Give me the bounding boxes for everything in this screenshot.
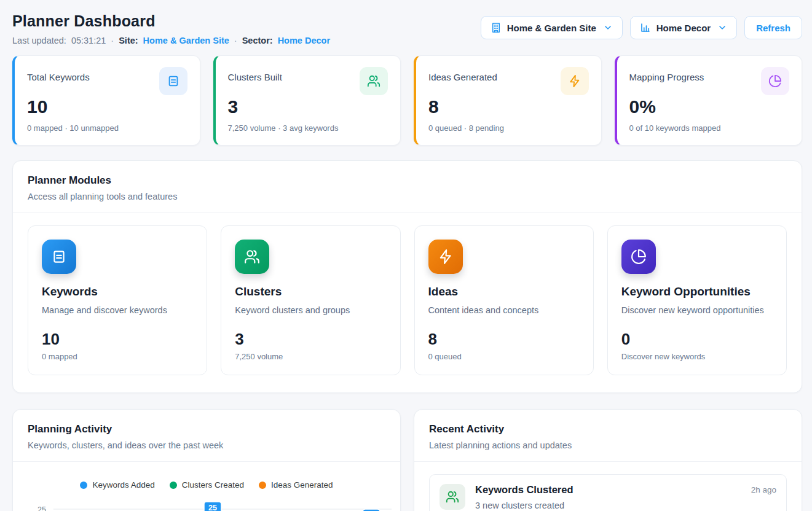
stat-value: 8 bbox=[428, 96, 589, 117]
meta-separator: · bbox=[111, 36, 114, 45]
page-title: Planner Dashboard bbox=[12, 12, 330, 30]
legend-dot-icon bbox=[170, 482, 177, 489]
area-chart[interactable]: 25 25 24 bbox=[13, 496, 400, 511]
planner-modules-panel: Planner Modules Access all planning tool… bbox=[12, 160, 802, 393]
users-icon bbox=[235, 240, 269, 274]
zap-icon bbox=[561, 67, 589, 95]
legend-label: Ideas Generated bbox=[271, 480, 333, 490]
legend-dot-icon bbox=[259, 482, 266, 489]
data-label-peak: 25 bbox=[204, 502, 221, 511]
module-value: 3 bbox=[235, 330, 386, 349]
file-text-icon bbox=[159, 67, 187, 95]
module-description: Discover new keyword opportunities bbox=[621, 305, 773, 315]
chart-legend: Keywords Added Clusters Created Ideas Ge… bbox=[13, 480, 400, 490]
module-value: 0 bbox=[621, 330, 773, 349]
module-title: Ideas bbox=[428, 285, 580, 298]
stat-label: Mapping Progress bbox=[629, 67, 704, 82]
sector-link[interactable]: Home Decor bbox=[278, 36, 330, 45]
module-subtext: 0 queued bbox=[428, 352, 580, 361]
activity-item-keywords-clustered[interactable]: Keywords Clustered 3 new clusters create… bbox=[429, 474, 787, 511]
stat-subtext: 0 of 10 keywords mapped bbox=[629, 123, 790, 133]
legend-item-ideas-generated[interactable]: Ideas Generated bbox=[259, 480, 333, 490]
zap-icon bbox=[428, 240, 463, 274]
site-link[interactable]: Home & Garden Site bbox=[143, 36, 229, 45]
legend-item-keywords-added[interactable]: Keywords Added bbox=[80, 480, 154, 490]
module-title: Keyword Opportunities bbox=[621, 285, 773, 298]
module-title: Clusters bbox=[235, 285, 386, 298]
planner-dashboard-page: Planner Dashboard Last updated: 05:31:21… bbox=[0, 0, 812, 511]
module-card-ideas[interactable]: Ideas Content ideas and concepts 8 0 que… bbox=[414, 225, 594, 375]
module-card-clusters[interactable]: Clusters Keyword clusters and groups 3 7… bbox=[221, 225, 400, 375]
stat-card-total-keywords: Total Keywords 10 0 mapped · 10 unmapped bbox=[12, 55, 200, 146]
modules-panel-subtitle: Access all planning tools and features bbox=[28, 192, 787, 201]
building-icon bbox=[491, 22, 502, 33]
stat-subtext: 0 queued · 8 pending bbox=[428, 123, 589, 133]
chevron-down-icon bbox=[603, 23, 613, 33]
stat-value: 10 bbox=[27, 96, 187, 117]
activity-title: Keywords Clustered bbox=[475, 484, 741, 496]
users-icon bbox=[440, 484, 465, 510]
last-updated-label: Last updated: bbox=[12, 36, 66, 45]
stat-label: Ideas Generated bbox=[428, 67, 497, 82]
module-card-keyword-opportunities[interactable]: Keyword Opportunities Discover new keywo… bbox=[607, 225, 787, 375]
recent-activity-subtitle: Latest planning actions and updates bbox=[429, 440, 787, 450]
modules-panel-title: Planner Modules bbox=[28, 174, 787, 187]
legend-label: Clusters Created bbox=[182, 480, 244, 490]
planning-activity-chart: Keywords Added Clusters Created Ideas Ge… bbox=[13, 462, 400, 511]
y-axis-tick: 25 bbox=[37, 505, 46, 511]
sector-label: Sector: bbox=[242, 36, 273, 45]
site-selector-label: Home & Garden Site bbox=[507, 23, 596, 33]
modules-grid: Keywords Manage and discover keywords 10… bbox=[13, 213, 802, 392]
header-actions: Home & Garden Site Home Decor Refresh bbox=[481, 16, 802, 39]
module-card-keywords[interactable]: Keywords Manage and discover keywords 10… bbox=[28, 225, 207, 375]
module-subtext: Discover new keywords bbox=[621, 352, 773, 361]
activity-list: Keywords Clustered 3 new clusters create… bbox=[414, 462, 802, 511]
file-text-icon bbox=[42, 240, 76, 274]
stat-value: 3 bbox=[228, 96, 388, 117]
module-description: Keyword clusters and groups bbox=[235, 305, 386, 315]
module-title: Keywords bbox=[42, 285, 193, 298]
pie-chart-icon bbox=[621, 240, 656, 274]
refresh-button[interactable]: Refresh bbox=[744, 16, 802, 39]
last-updated-value: 05:31:21 bbox=[71, 36, 106, 45]
planning-activity-panel: Planning Activity Keywords, clusters, an… bbox=[12, 409, 401, 511]
stat-card-mapping-progress: Mapping Progress 0% 0 of 10 keywords map… bbox=[615, 55, 803, 146]
legend-item-clusters-created[interactable]: Clusters Created bbox=[170, 480, 244, 490]
stat-label: Clusters Built bbox=[228, 67, 282, 82]
meta-separator: · bbox=[234, 36, 237, 45]
stat-card-ideas-generated: Ideas Generated 8 0 queued · 8 pending bbox=[414, 55, 602, 146]
module-description: Manage and discover keywords bbox=[42, 305, 193, 315]
site-selector-dropdown[interactable]: Home & Garden Site bbox=[481, 16, 623, 39]
activity-body: Keywords Clustered 3 new clusters create… bbox=[475, 484, 741, 510]
stat-label: Total Keywords bbox=[27, 67, 90, 82]
header-meta: Last updated: 05:31:21 · Site: Home & Ga… bbox=[12, 36, 330, 45]
header-left: Planner Dashboard Last updated: 05:31:21… bbox=[12, 12, 330, 45]
module-subtext: 7,250 volume bbox=[235, 352, 386, 361]
stats-row: Total Keywords 10 0 mapped · 10 unmapped… bbox=[12, 55, 802, 146]
sector-selector-dropdown[interactable]: Home Decor bbox=[630, 16, 737, 39]
module-value: 8 bbox=[428, 330, 580, 349]
activity-description: 3 new clusters created bbox=[475, 501, 741, 510]
recent-activity-title: Recent Activity bbox=[429, 423, 787, 435]
legend-label: Keywords Added bbox=[92, 480, 154, 490]
legend-dot-icon bbox=[80, 482, 87, 489]
planning-activity-title: Planning Activity bbox=[28, 423, 385, 435]
users-icon bbox=[360, 67, 388, 95]
pie-chart-icon bbox=[761, 67, 789, 95]
page-header: Planner Dashboard Last updated: 05:31:21… bbox=[12, 12, 802, 45]
stat-value: 0% bbox=[629, 96, 790, 117]
module-description: Content ideas and concepts bbox=[428, 305, 580, 315]
bar-chart-icon bbox=[640, 22, 651, 33]
bottom-row: Planning Activity Keywords, clusters, an… bbox=[12, 409, 802, 511]
stat-subtext: 0 mapped · 10 unmapped bbox=[27, 123, 187, 133]
planning-activity-subtitle: Keywords, clusters, and ideas over the p… bbox=[28, 440, 385, 450]
module-subtext: 0 mapped bbox=[42, 352, 193, 361]
recent-activity-panel: Recent Activity Latest planning actions … bbox=[414, 409, 802, 511]
stat-subtext: 7,250 volume · 3 avg keywords bbox=[228, 123, 388, 133]
activity-timestamp: 2h ago bbox=[751, 484, 776, 494]
chevron-down-icon bbox=[717, 23, 727, 33]
module-value: 10 bbox=[42, 330, 193, 349]
sector-selector-label: Home Decor bbox=[656, 23, 711, 33]
stat-card-clusters-built: Clusters Built 3 7,250 volume · 3 avg ke… bbox=[213, 55, 401, 146]
site-label: Site: bbox=[119, 36, 138, 45]
